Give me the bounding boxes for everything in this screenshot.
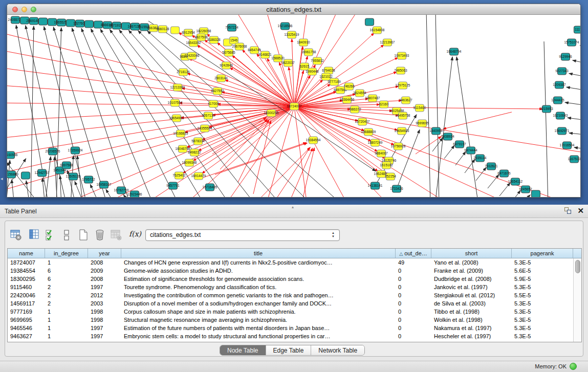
vertical-scrollbar[interactable] bbox=[573, 258, 581, 342]
table-cell[interactable]: 9115460 bbox=[8, 283, 45, 291]
float-panel-icon[interactable] bbox=[564, 207, 572, 215]
table-cell[interactable]: 0 bbox=[396, 299, 431, 308]
tab-node-table[interactable]: Node Table bbox=[220, 345, 266, 355]
graph-node-teal[interactable] bbox=[21, 172, 30, 179]
citation-edge-black[interactable] bbox=[521, 195, 530, 197]
table-cell[interactable]: 2 bbox=[45, 291, 88, 299]
citation-edge-black[interactable] bbox=[488, 174, 499, 188]
column-header-title[interactable]: title bbox=[121, 249, 396, 258]
table-cell[interactable]: 5.3E-5 bbox=[512, 332, 573, 340]
graph-node-yellow[interactable] bbox=[171, 27, 180, 34]
table-row[interactable]: 911546021997Tourette syndrome. Phenomeno… bbox=[8, 283, 581, 291]
table-cell[interactable]: Investigating the contribution of common… bbox=[121, 291, 396, 299]
table-cell[interactable]: 2003 bbox=[88, 299, 121, 308]
scrollbar-thumb[interactable] bbox=[575, 260, 580, 273]
citation-edge-black[interactable] bbox=[42, 178, 45, 197]
citation-edge-red[interactable] bbox=[302, 148, 314, 197]
citation-edge-black[interactable] bbox=[81, 28, 154, 197]
table-cell[interactable]: Disruption of a novel member of a sodium… bbox=[121, 299, 396, 308]
table-row[interactable]: 1938455462009Genome-wide association stu… bbox=[8, 267, 581, 275]
table-cell[interactable]: Tibbo et al. (1998) bbox=[431, 308, 512, 316]
table-cell[interactable]: 0 bbox=[396, 308, 431, 316]
citation-edge-red[interactable] bbox=[225, 80, 294, 106]
table-row[interactable]: 1872400712008Changes of HCN gene express… bbox=[8, 258, 581, 267]
table-row[interactable]: 946554611997Estimation of the future num… bbox=[8, 324, 581, 332]
column-header-out-de-[interactable]: △out_de… bbox=[396, 249, 431, 258]
column-header-name[interactable]: name bbox=[8, 249, 45, 258]
table-cell[interactable]: 1997 bbox=[88, 324, 121, 332]
graph-node-teal[interactable] bbox=[85, 20, 94, 28]
table-cell[interactable]: 0 bbox=[396, 283, 431, 291]
table-row[interactable]: 946362711997Embryonic stem cells: a mode… bbox=[8, 332, 581, 340]
table-cell[interactable]: Tourette syndrome. Phenomenology and cla… bbox=[121, 283, 396, 291]
table-cell[interactable]: 19384554 bbox=[8, 267, 45, 275]
citation-edge-red[interactable] bbox=[202, 106, 294, 173]
table-cell[interactable]: 2 bbox=[45, 299, 88, 308]
table-cell[interactable]: Embryonic stem cells: a model to study s… bbox=[121, 332, 396, 340]
table-cell[interactable]: 6 bbox=[45, 267, 88, 275]
panel-collapse-arrow[interactable]: ◂ bbox=[1, 176, 3, 181]
citation-edge-black[interactable] bbox=[12, 180, 14, 197]
citation-edge-black[interactable] bbox=[444, 145, 454, 159]
table-settings-button[interactable] bbox=[9, 228, 23, 242]
table-cell[interactable]: 5.3E-5 bbox=[512, 258, 573, 267]
table-cell[interactable]: 9699695 bbox=[8, 316, 45, 324]
citation-edge-black[interactable] bbox=[569, 74, 580, 78]
table-cell[interactable]: Yano et al. (2008) bbox=[431, 258, 512, 267]
graph-node-teal[interactable] bbox=[365, 18, 374, 26]
citation-edge-black[interactable] bbox=[499, 183, 510, 196]
table-cell[interactable]: 0 bbox=[396, 324, 431, 332]
close-panel-icon[interactable]: ✕ bbox=[577, 207, 584, 215]
table-cell[interactable]: Changes of HCN gene expression and I(f) … bbox=[121, 258, 396, 267]
table-cell[interactable]: 18724007 bbox=[8, 258, 45, 267]
citation-edge-red[interactable] bbox=[225, 106, 294, 197]
table-cell[interactable]: 0 bbox=[396, 275, 431, 283]
table-cell[interactable]: 9777169 bbox=[8, 308, 45, 316]
tab-edge-table[interactable]: Edge Table bbox=[266, 345, 312, 355]
citation-edge-black[interactable] bbox=[568, 118, 580, 121]
table-cell[interactable]: Wolkin et al. (1998) bbox=[431, 316, 512, 324]
citation-edge-black[interactable] bbox=[435, 15, 439, 197]
citation-edge-black[interactable] bbox=[565, 102, 580, 106]
table-cell[interactable]: 5.9E-5 bbox=[512, 275, 573, 283]
citation-edge-black[interactable] bbox=[72, 28, 130, 197]
select-all-rows-button[interactable] bbox=[44, 228, 57, 242]
citation-edge-red[interactable] bbox=[279, 62, 294, 106]
table-cell[interactable]: 2009 bbox=[88, 267, 121, 275]
table-cell[interactable]: 22420046 bbox=[8, 291, 45, 299]
table-cell[interactable]: 18300295 bbox=[8, 275, 45, 283]
table-cell[interactable]: 0 bbox=[396, 332, 431, 340]
table-cell[interactable]: Stergiakouli et al. (2012) bbox=[431, 291, 512, 299]
citation-edge-red[interactable] bbox=[7, 31, 294, 106]
table-cell[interactable]: Dudbridge et al. (2008) bbox=[431, 275, 512, 283]
citation-edge-red[interactable] bbox=[294, 106, 307, 197]
table-cell[interactable]: 1 bbox=[45, 316, 88, 324]
citation-edge-red[interactable] bbox=[289, 148, 313, 197]
table-cell[interactable]: 5.3E-5 bbox=[512, 308, 573, 316]
table-cell[interactable]: 1997 bbox=[88, 332, 121, 340]
citation-edge-black[interactable] bbox=[31, 26, 34, 197]
column-header-short[interactable]: short bbox=[431, 249, 512, 258]
citation-edge-red[interactable] bbox=[294, 15, 358, 106]
table-cell[interactable]: 1997 bbox=[88, 283, 121, 291]
table-cell[interactable]: 5.5E-5 bbox=[512, 291, 573, 299]
citation-edge-black[interactable] bbox=[569, 133, 580, 136]
window-titlebar[interactable]: citations_edges.txt bbox=[7, 4, 580, 15]
network-view-window[interactable]: citations_edges.txt 24055724206914061065… bbox=[7, 4, 581, 198]
table-panel-header[interactable]: ▴ Table Panel ✕ bbox=[0, 205, 588, 218]
table-row[interactable]: 969969511998Structural magnetic resonanc… bbox=[8, 316, 581, 324]
citation-edge-black[interactable] bbox=[567, 87, 580, 92]
column-header-year[interactable]: year bbox=[88, 249, 121, 258]
table-cell[interactable]: 5.3E-5 bbox=[512, 283, 573, 291]
table-cell[interactable]: Jankovic et al. (1997) bbox=[431, 283, 512, 291]
table-row[interactable]: 977716911998Corpus callosum shape and si… bbox=[8, 308, 581, 316]
table-cell[interactable]: 14569117 bbox=[8, 299, 45, 308]
citation-edge-red[interactable] bbox=[443, 112, 512, 129]
column-header-pagerank[interactable]: pagerank bbox=[512, 249, 573, 258]
citation-edge-red[interactable] bbox=[215, 143, 307, 174]
table-cell[interactable]: 2008 bbox=[88, 275, 121, 283]
graph-node-teal[interactable] bbox=[532, 190, 540, 197]
citation-edge-black[interactable] bbox=[544, 41, 548, 197]
table-cell[interactable]: 5.3E-5 bbox=[512, 324, 573, 332]
table-cell[interactable]: Corpus callosum shape and size in male p… bbox=[121, 308, 396, 316]
